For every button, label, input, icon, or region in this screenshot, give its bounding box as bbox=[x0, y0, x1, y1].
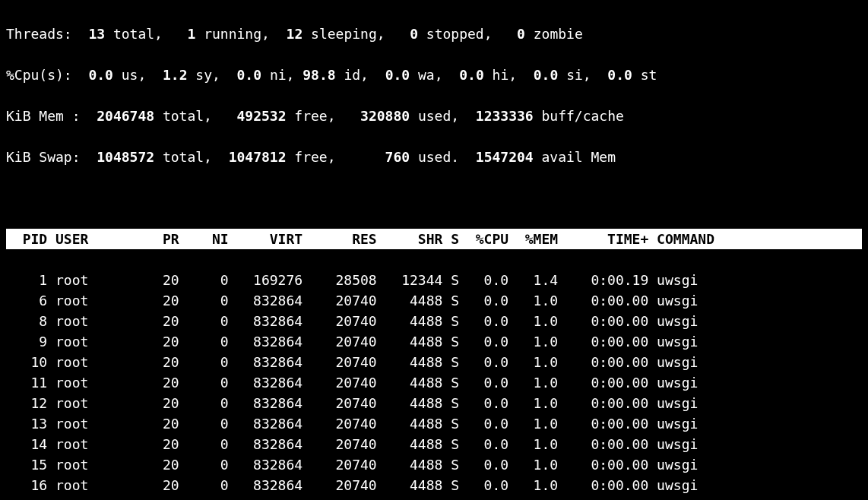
process-row: 12 root 20 0 832864 20740 4488 S 0.0 1.0… bbox=[6, 393, 862, 413]
cpu-ni-lbl: ni, bbox=[270, 67, 295, 83]
cpu-id-lbl: id, bbox=[344, 67, 369, 83]
swap-line: KiB Swap: 1048572 total, 1047812 free, 7… bbox=[6, 147, 862, 167]
cpu-us-val: 0.0 bbox=[88, 67, 113, 83]
mem-used-val: 320880 bbox=[360, 108, 410, 124]
swap-total-lbl: total, bbox=[163, 149, 212, 165]
process-row: 11 root 20 0 832864 20740 4488 S 0.0 1.0… bbox=[6, 372, 862, 393]
threads-stopped-val: 0 bbox=[410, 26, 418, 42]
swap-used-val: 760 bbox=[385, 149, 410, 165]
cpu-label: %Cpu(s): bbox=[6, 67, 72, 83]
process-row: 1 root 20 0 169276 28508 12344 S 0.0 1.4… bbox=[6, 270, 862, 290]
process-row: 16 root 20 0 832864 20740 4488 S 0.0 1.0… bbox=[6, 475, 862, 495]
process-row: 6 root 20 0 832864 20740 4488 S 0.0 1.0 … bbox=[6, 290, 862, 311]
process-table-header: PID USER PR NI VIRT RES SHR S %CPU %MEM … bbox=[6, 229, 862, 249]
threads-line: Threads: 13 total, 1 running, 12 sleepin… bbox=[6, 24, 862, 44]
cpu-si-val: 0.0 bbox=[534, 67, 559, 83]
cpu-si-lbl: si, bbox=[566, 67, 591, 83]
mem-buff-lbl: buff/cache bbox=[542, 108, 624, 124]
threads-zombie-lbl: zombie bbox=[534, 26, 583, 42]
threads-sleeping-lbl: sleeping, bbox=[311, 26, 385, 42]
threads-zombie-val: 0 bbox=[517, 26, 525, 42]
swap-avail-lbl: avail Mem bbox=[542, 149, 616, 165]
threads-stopped-lbl: stopped, bbox=[426, 26, 493, 42]
mem-total-val: 2046748 bbox=[97, 108, 154, 124]
cpu-sy-val: 1.2 bbox=[163, 67, 188, 83]
process-row: 8 root 20 0 832864 20740 4488 S 0.0 1.0 … bbox=[6, 311, 862, 331]
process-row: 7 root 20 0 177472 26332 2144 S 0.0 1.3 … bbox=[6, 495, 862, 500]
cpu-hi-lbl: hi, bbox=[493, 67, 518, 83]
swap-used-lbl: used. bbox=[418, 149, 459, 165]
process-table-body: 1 root 20 0 169276 28508 12344 S 0.0 1.4… bbox=[6, 270, 862, 500]
threads-label: Threads: bbox=[6, 26, 72, 42]
swap-free-val: 1047812 bbox=[229, 149, 287, 165]
mem-free-lbl: free, bbox=[294, 108, 335, 124]
cpu-id-val: 98.8 bbox=[303, 67, 335, 83]
cpu-hi-val: 0.0 bbox=[459, 67, 484, 83]
blank-line bbox=[6, 188, 862, 208]
swap-avail-val: 1547204 bbox=[476, 149, 534, 165]
mem-used-lbl: used, bbox=[418, 108, 459, 124]
cpu-line: %Cpu(s): 0.0 us, 1.2 sy, 0.0 ni, 98.8 id… bbox=[6, 65, 862, 85]
cpu-wa-val: 0.0 bbox=[385, 67, 410, 83]
cpu-wa-lbl: wa, bbox=[418, 67, 443, 83]
process-row: 15 root 20 0 832864 20740 4488 S 0.0 1.0… bbox=[6, 454, 862, 475]
mem-line: KiB Mem : 2046748 total, 492532 free, 32… bbox=[6, 106, 862, 126]
swap-total-val: 1048572 bbox=[97, 149, 154, 165]
threads-sleeping-val: 12 bbox=[287, 26, 303, 42]
threads-running-lbl: running, bbox=[204, 26, 270, 42]
mem-free-val: 492532 bbox=[236, 108, 286, 124]
cpu-st-lbl: st bbox=[641, 67, 657, 83]
cpu-sy-lbl: sy, bbox=[195, 67, 220, 83]
swap-free-lbl: free, bbox=[294, 149, 335, 165]
mem-total-lbl: total, bbox=[163, 108, 212, 124]
cpu-us-lbl: us, bbox=[122, 67, 147, 83]
mem-buff-val: 1233336 bbox=[476, 108, 534, 124]
process-row: 10 root 20 0 832864 20740 4488 S 0.0 1.0… bbox=[6, 352, 862, 372]
process-row: 14 root 20 0 832864 20740 4488 S 0.0 1.0… bbox=[6, 434, 862, 454]
process-row: 13 root 20 0 832864 20740 4488 S 0.0 1.0… bbox=[6, 413, 862, 434]
threads-running-val: 1 bbox=[187, 26, 195, 42]
cpu-st-val: 0.0 bbox=[607, 67, 632, 83]
cpu-ni-val: 0.0 bbox=[237, 67, 262, 83]
swap-label: KiB Swap: bbox=[6, 149, 81, 165]
process-row: 9 root 20 0 832864 20740 4488 S 0.0 1.0 … bbox=[6, 331, 862, 352]
terminal-output: Threads: 13 total, 1 running, 12 sleepin… bbox=[0, 0, 868, 500]
threads-total-val: 13 bbox=[88, 26, 105, 42]
mem-label: KiB Mem : bbox=[6, 108, 81, 124]
threads-total-lbl: total, bbox=[113, 26, 163, 42]
